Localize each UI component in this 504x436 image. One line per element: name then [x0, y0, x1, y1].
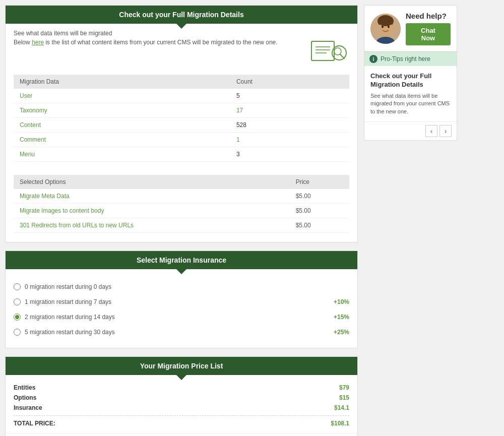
- option-price: $5.00: [290, 204, 349, 218]
- migration-data-count: 5: [230, 89, 349, 103]
- price-col-header: Price: [290, 175, 349, 189]
- price-list-section: Your Migration Price List Entities$79Opt…: [5, 356, 358, 436]
- intro-line1: See what data items will be migrated: [14, 30, 349, 37]
- option-label[interactable]: 301 Redirects from old URLs to new URLs: [14, 218, 290, 233]
- migration-data-count[interactable]: 1: [230, 133, 349, 147]
- migration-data-table-section: Migration Data Count User5Taxonomy17Cont…: [6, 75, 357, 171]
- insurance-option: 1 migration restart during 7 days+10%: [14, 294, 349, 309]
- migration-details-header: Check out your Full Migration Details: [6, 6, 357, 24]
- sidebar-nav: ‹ ›: [364, 121, 457, 140]
- insurance-label[interactable]: 2 migration restart during 14 days: [25, 314, 330, 321]
- price-row-value: $14.1: [334, 404, 349, 411]
- migration-data-label[interactable]: Comment: [14, 133, 230, 147]
- need-help-text: Need help?: [406, 12, 451, 20]
- insurance-option: 0 migration restart during 0 days: [14, 279, 349, 294]
- insurance-percent: +25%: [334, 329, 349, 336]
- insurance-label[interactable]: 5 migration restart during 30 days: [25, 329, 330, 336]
- price-rows: Entities$79Options$15Insurance$14.1 TOTA…: [6, 375, 357, 433]
- option-label[interactable]: Migrate images to content body: [14, 204, 290, 218]
- option-label[interactable]: Migrate Meta Data: [14, 189, 290, 204]
- option-price: $5.00: [290, 189, 349, 204]
- svg-point-13: [378, 16, 393, 26]
- insurance-header: Select Migration Insurance: [6, 251, 357, 269]
- migration-data-row: Menu3: [14, 147, 349, 162]
- insurance-section: Select Migration Insurance 0 migration r…: [5, 251, 358, 348]
- sidebar-content-area: Check out your Full Migration Details Se…: [364, 66, 457, 121]
- price-row-value: $79: [339, 384, 349, 391]
- migration-data-col-header: Migration Data: [14, 75, 230, 89]
- migration-data-count[interactable]: 17: [230, 103, 349, 118]
- migration-data-count: 528: [230, 118, 349, 133]
- sidebar-card-title: Check out your Full Migration Details: [370, 72, 451, 89]
- insurance-radio[interactable]: [14, 283, 21, 290]
- prev-arrow-button[interactable]: ‹: [425, 125, 437, 137]
- here-link[interactable]: here: [32, 39, 44, 46]
- migration-data-row: Comment1: [14, 133, 349, 147]
- insurance-percent: +10%: [334, 298, 349, 305]
- sidebar-help-area: Need help? Chat Now: [406, 12, 451, 45]
- migration-details-section: Check out your Full Migration Details Se…: [5, 5, 358, 242]
- options-col-header: Selected Options: [14, 175, 290, 189]
- svg-rect-0: [311, 41, 334, 60]
- insurance-option: 2 migration restart during 14 days+15%: [14, 309, 349, 325]
- migration-data-row: User5: [14, 89, 349, 103]
- total-row: TOTAL PRICE: $108.1: [14, 420, 349, 427]
- migration-data-label[interactable]: Menu: [14, 147, 230, 162]
- migration-data-table: Migration Data Count User5Taxonomy17Cont…: [14, 75, 349, 162]
- migration-data-count: 3: [230, 147, 349, 162]
- options-table-section: Selected Options Price Migrate Meta Data…: [6, 175, 357, 242]
- insurance-radio[interactable]: [14, 314, 21, 321]
- migration-data-label[interactable]: User: [14, 89, 230, 103]
- cms-icon: [309, 39, 349, 67]
- total-label: TOTAL PRICE:: [14, 420, 55, 427]
- count-col-header: Count: [230, 75, 349, 89]
- migration-data-label[interactable]: Content: [14, 118, 230, 133]
- insurance-label[interactable]: 0 migration restart during 0 days: [25, 283, 349, 290]
- price-row-label: Entities: [14, 384, 35, 391]
- migration-intro: See what data items will be migrated Bel…: [6, 24, 357, 71]
- price-row-value: $15: [339, 394, 349, 401]
- price-row: Options$15: [14, 394, 349, 401]
- price-row: Insurance$14.1: [14, 404, 349, 411]
- info-icon: i: [369, 55, 377, 63]
- price-row: Entities$79: [14, 384, 349, 391]
- sidebar-card-desc: See what data items will be migrated fro…: [370, 92, 451, 115]
- insurance-label[interactable]: 1 migration restart during 7 days: [25, 298, 330, 305]
- insurance-radio[interactable]: [14, 298, 21, 305]
- migration-data-row: Taxonomy17: [14, 103, 349, 118]
- svg-line-6: [340, 54, 344, 58]
- insurance-percent: +15%: [334, 314, 349, 321]
- total-value: $108.1: [331, 420, 349, 427]
- insurance-radio[interactable]: [14, 329, 21, 336]
- options-row: Migrate Meta Data$5.00: [14, 189, 349, 204]
- chat-now-button[interactable]: Chat Now: [406, 23, 451, 45]
- sidebar-card: Need help? Chat Now i Pro-Tips right her…: [364, 5, 457, 141]
- price-divider: [14, 415, 349, 416]
- insurance-options: 0 migration restart during 0 days1 migra…: [6, 269, 357, 348]
- next-arrow-button[interactable]: ›: [439, 125, 452, 137]
- intro-line2: Below here is the list of what content i…: [14, 39, 303, 46]
- sidebar-avatar-row: Need help? Chat Now: [364, 6, 457, 51]
- price-list-header: Your Migration Price List: [6, 357, 357, 375]
- options-row: Migrate images to content body$5.00: [14, 204, 349, 218]
- option-price: $5.00: [290, 218, 349, 233]
- pro-tips-bar: i Pro-Tips right here: [364, 51, 457, 66]
- price-row-label: Options: [14, 394, 36, 401]
- sidebar: Need help? Chat Now i Pro-Tips right her…: [364, 5, 457, 436]
- avatar-image: [370, 14, 401, 44]
- options-row: 301 Redirects from old URLs to new URLs$…: [14, 218, 349, 233]
- options-table: Selected Options Price Migrate Meta Data…: [14, 175, 349, 233]
- migration-data-label[interactable]: Taxonomy: [14, 103, 230, 118]
- svg-point-5: [334, 48, 341, 55]
- coupon-toggle-row: I have Coupon: [6, 433, 357, 436]
- price-row-label: Insurance: [14, 404, 42, 411]
- migration-data-row: Content528: [14, 118, 349, 133]
- insurance-option: 5 migration restart during 30 days+25%: [14, 325, 349, 340]
- pro-tips-text: Pro-Tips right here: [381, 55, 430, 63]
- avatar: [370, 14, 401, 44]
